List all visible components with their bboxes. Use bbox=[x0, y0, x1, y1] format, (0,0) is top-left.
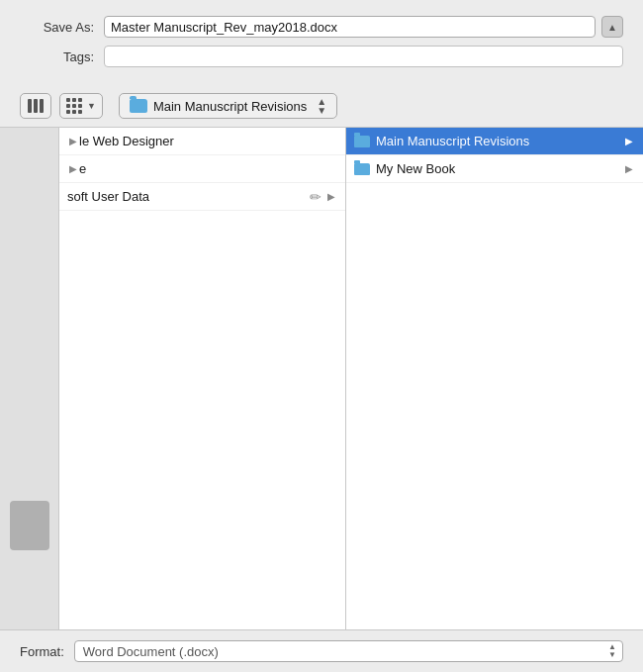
tags-label: Tags: bbox=[20, 49, 94, 64]
main-content: ▶ le Web Designer ▶ e soft User Data ✏ ▶… bbox=[0, 128, 643, 629]
column-view-button[interactable] bbox=[20, 93, 51, 119]
sidebar-panel bbox=[0, 128, 59, 629]
list-item[interactable]: ▶ e bbox=[59, 155, 345, 183]
chevron-right-icon: ▶ bbox=[67, 163, 79, 175]
save-dialog: Save As: ▲ Tags: bbox=[0, 0, 643, 672]
location-arrows-icon: ▲▼ bbox=[317, 97, 326, 115]
footer: Format: Word Document (.docx) ▲ ▼ bbox=[0, 629, 643, 672]
item-name: soft User Data bbox=[67, 189, 310, 204]
scrollbar-thumb[interactable] bbox=[10, 501, 49, 550]
header-area: Save As: ▲ Tags: bbox=[0, 0, 643, 85]
pencil-icon: ✏ bbox=[310, 189, 322, 205]
item-name: le Web Designer bbox=[79, 134, 337, 148]
format-label: Format: bbox=[20, 644, 64, 659]
save-as-row: Save As: ▲ bbox=[20, 16, 623, 38]
save-as-label: Save As: bbox=[20, 20, 94, 35]
tags-input[interactable] bbox=[104, 46, 623, 67]
format-select[interactable]: Word Document (.docx) ▲ ▼ bbox=[74, 640, 623, 662]
folder-icon bbox=[354, 163, 370, 175]
grid-chevron-icon: ▼ bbox=[87, 101, 96, 111]
column-view-icon bbox=[28, 99, 44, 113]
location-button[interactable]: Main Manuscript Revisions ▲▼ bbox=[119, 93, 337, 119]
save-as-input[interactable] bbox=[104, 16, 596, 38]
location-label: Main Manuscript Revisions bbox=[153, 99, 307, 114]
folder-icon bbox=[130, 99, 147, 113]
expand-button[interactable]: ▲ bbox=[601, 16, 623, 38]
chevron-right-icon: ▶ bbox=[67, 136, 79, 147]
tags-row: Tags: bbox=[20, 46, 623, 67]
chevron-right-icon: ▶ bbox=[623, 163, 635, 175]
chevron-right-icon: ▶ bbox=[623, 136, 635, 147]
chevron-up-icon: ▲ bbox=[607, 22, 617, 33]
item-name: My New Book bbox=[376, 161, 623, 176]
list-item[interactable]: ▶ le Web Designer bbox=[59, 128, 345, 155]
toolbar: ▼ Main Manuscript Revisions ▲▼ bbox=[0, 85, 643, 128]
format-value: Word Document (.docx) bbox=[83, 644, 219, 659]
grid-view-button[interactable]: ▼ bbox=[59, 93, 103, 119]
list-item[interactable]: soft User Data ✏ ▶ bbox=[59, 183, 345, 211]
chevron-right-icon: ▶ bbox=[325, 191, 337, 203]
list-item[interactable]: Main Manuscript Revisions ▶ bbox=[346, 128, 643, 155]
folder-icon bbox=[354, 136, 370, 147]
list-item[interactable]: My New Book ▶ bbox=[346, 155, 643, 183]
middle-panel: ▶ le Web Designer ▶ e soft User Data ✏ ▶ bbox=[59, 128, 346, 629]
grid-view-icon bbox=[66, 98, 82, 114]
item-name: Main Manuscript Revisions bbox=[376, 134, 623, 148]
format-arrows-icon: ▲ ▼ bbox=[608, 643, 616, 659]
item-name: e bbox=[79, 161, 337, 176]
right-panel: Main Manuscript Revisions ▶ My New Book … bbox=[346, 128, 643, 629]
